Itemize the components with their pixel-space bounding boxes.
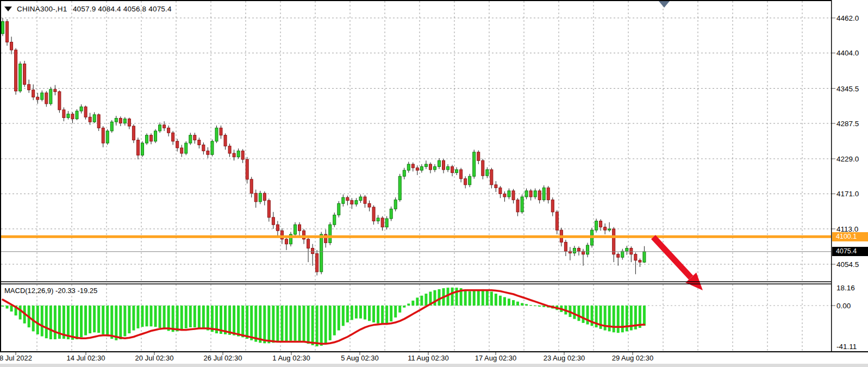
price-axis-label: 4054.5: [836, 260, 859, 269]
time-axis-label: 8 Jul 2022: [0, 354, 32, 362]
symbol-dropdown-icon[interactable]: [4, 7, 12, 11]
candle-down: [381, 218, 384, 227]
macd-histogram-bar: [285, 306, 288, 341]
macd-histogram-bar: [486, 290, 489, 306]
candle-up: [76, 111, 78, 119]
macd-histogram-bar: [54, 306, 57, 339]
macd-histogram-bar: [490, 291, 493, 306]
candle-down: [639, 260, 641, 262]
candle-down: [228, 146, 231, 153]
macd-histogram-bar: [89, 306, 91, 333]
candle-down: [464, 179, 467, 185]
candle-up: [643, 252, 646, 262]
macd-histogram-bar: [499, 296, 502, 306]
macd-axis-label: 0.00: [836, 302, 851, 310]
candle-down: [512, 191, 515, 200]
macd-histogram-bar: [202, 306, 205, 329]
candle-up: [473, 152, 476, 176]
candle-up: [237, 151, 240, 157]
macd-histogram-bar: [351, 306, 353, 320]
candle-down: [538, 191, 541, 200]
macd-histogram-bar: [263, 306, 266, 343]
candle-up: [141, 143, 143, 155]
macd-histogram-bar: [451, 288, 454, 306]
candle-up: [534, 191, 536, 197]
candle-up: [215, 128, 218, 141]
macd-histogram-bar: [159, 306, 161, 328]
candle-up: [123, 119, 126, 123]
candle-up: [586, 245, 589, 254]
chart-border-right: [831, 0, 832, 352]
candle-down: [193, 135, 196, 140]
chart-canvas[interactable]: [0, 0, 868, 367]
orange-hline-object[interactable]: [1, 235, 832, 238]
chart-shift-marker-icon[interactable]: [659, 1, 670, 8]
macd-histogram-bar: [329, 306, 332, 340]
macd-histogram-bar: [228, 306, 231, 335]
candle-down: [547, 188, 549, 200]
candle-up: [320, 234, 323, 272]
chart-title-bar: CHINA300-,H1 4057.9 4084.4 4056.8 4075.4: [4, 4, 172, 14]
macd-histogram-bar: [534, 306, 536, 306]
candle-down: [272, 217, 274, 225]
candle-down: [634, 254, 637, 260]
candle-down: [613, 229, 615, 254]
macd-histogram-bar: [447, 288, 449, 306]
candle-up: [110, 122, 113, 131]
candle-down: [163, 125, 166, 128]
macd-histogram-bar: [573, 306, 576, 319]
candle-down: [600, 221, 602, 227]
time-axis-label: 1 Aug 02:30: [272, 354, 310, 362]
candle-down: [36, 97, 39, 99]
candle-up: [420, 166, 423, 170]
candle-down: [490, 170, 493, 185]
candle-up: [333, 215, 336, 225]
macd-axis-label: 18.16: [836, 283, 855, 291]
candle-up: [106, 131, 109, 143]
candle-down: [198, 140, 201, 145]
candle-down: [276, 225, 279, 231]
candle-down: [263, 193, 266, 200]
candle-down: [119, 119, 122, 123]
macd-histogram-bar: [608, 306, 611, 331]
macd-histogram-bar: [128, 306, 130, 333]
macd-histogram-bar: [93, 306, 96, 332]
time-axis-label: 20 Jul 02:30: [135, 354, 174, 362]
candle-down: [224, 135, 227, 146]
candle-down: [128, 119, 130, 126]
candle-down: [364, 197, 366, 203]
macd-histogram-bar: [41, 306, 43, 337]
macd-histogram-bar: [377, 306, 379, 324]
macd-histogram-bar: [106, 306, 109, 337]
candle-up: [469, 176, 471, 185]
macd-histogram-bar: [154, 306, 157, 327]
macd-histogram-bar: [521, 303, 523, 306]
macd-histogram-bar: [525, 304, 528, 306]
candle-down: [32, 90, 35, 97]
macd-histogram-bar: [394, 306, 397, 318]
candle-up: [80, 107, 83, 111]
candle-down: [372, 207, 375, 221]
macd-histogram-bar: [529, 305, 532, 306]
candle-down: [551, 200, 554, 212]
macd-histogram-bar: [324, 306, 327, 344]
time-axis-label: 11 Aug 02:30: [408, 354, 449, 362]
trend-arrow-shaft[interactable]: [653, 237, 691, 278]
macd-histogram-bar: [368, 306, 371, 321]
macd-histogram-bar: [84, 306, 87, 335]
candle-down: [10, 42, 13, 49]
macd-histogram-bar: [49, 306, 52, 339]
candle-up: [608, 229, 611, 230]
macd-histogram-bar: [32, 306, 35, 331]
macd-histogram-bar: [150, 306, 153, 326]
macd-histogram-bar: [424, 294, 427, 306]
macd-histogram-bar: [346, 306, 349, 322]
candle-down: [577, 248, 580, 252]
candle-up: [508, 191, 510, 197]
candle-up: [595, 221, 598, 231]
macd-histogram-bar: [613, 306, 615, 332]
macd-histogram-bar: [298, 306, 301, 341]
macd-histogram-bar: [407, 303, 410, 306]
macd-histogram-bar: [167, 306, 170, 331]
price-axis-label: 4462.0: [836, 14, 859, 22]
